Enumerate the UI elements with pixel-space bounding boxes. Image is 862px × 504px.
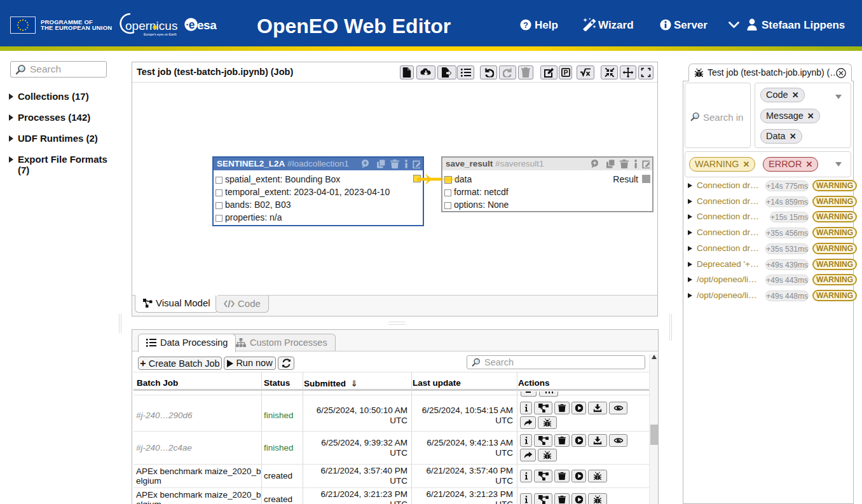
svg-text:e: e <box>189 18 195 31</box>
svg-text:P: P <box>563 69 568 76</box>
svg-text:?: ? <box>523 20 528 30</box>
svg-text:opernicus: opernicus <box>125 19 177 32</box>
svg-text:Europe's eyes on Earth: Europe's eyes on Earth <box>144 32 177 36</box>
svg-text:esa: esa <box>197 18 217 32</box>
